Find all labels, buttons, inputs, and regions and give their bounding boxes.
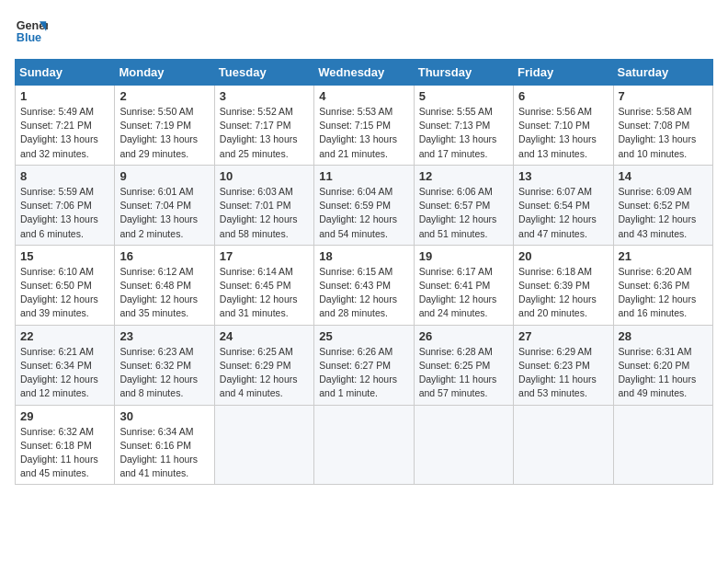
calendar-cell: 1 Sunrise: 5:49 AMSunset: 7:21 PMDayligh… [16, 86, 115, 166]
day-detail: Sunrise: 5:58 AMSunset: 7:08 PMDaylight:… [619, 106, 697, 159]
day-detail: Sunrise: 6:10 AMSunset: 6:50 PMDaylight:… [20, 266, 98, 319]
day-number: 14 [619, 169, 708, 183]
header-sunday: Sunday [16, 60, 115, 86]
calendar-cell: 29 Sunrise: 6:32 AMSunset: 6:18 PMDaylig… [16, 405, 115, 485]
calendar-cell: 15 Sunrise: 6:10 AMSunset: 6:50 PMDaylig… [16, 245, 115, 325]
day-number: 10 [220, 169, 309, 183]
day-number: 24 [220, 329, 309, 343]
calendar-cell: 24 Sunrise: 6:25 AMSunset: 6:29 PMDaylig… [214, 325, 313, 405]
day-detail: Sunrise: 6:07 AMSunset: 6:54 PMDaylight:… [518, 186, 597, 239]
day-detail: Sunrise: 6:04 AMSunset: 6:59 PMDaylight:… [319, 186, 397, 239]
day-detail: Sunrise: 6:20 AMSunset: 6:36 PMDaylight:… [619, 266, 697, 319]
calendar-cell: 26 Sunrise: 6:28 AMSunset: 6:25 PMDaylig… [414, 325, 513, 405]
calendar-week-1: 1 Sunrise: 5:49 AMSunset: 7:21 PMDayligh… [16, 86, 713, 166]
calendar-cell: 30 Sunrise: 6:34 AMSunset: 6:16 PMDaylig… [115, 405, 214, 485]
header-friday: Friday [514, 60, 613, 86]
svg-text:Blue: Blue [17, 31, 41, 44]
calendar-header-row: SundayMondayTuesdayWednesdayThursdayFrid… [16, 60, 713, 86]
day-detail: Sunrise: 5:56 AMSunset: 7:10 PMDaylight:… [518, 106, 597, 159]
calendar-week-5: 29 Sunrise: 6:32 AMSunset: 6:18 PMDaylig… [16, 405, 713, 485]
calendar-cell: 12 Sunrise: 6:06 AMSunset: 6:57 PMDaylig… [414, 165, 513, 245]
day-number: 16 [119, 249, 209, 263]
day-detail: Sunrise: 6:06 AMSunset: 6:57 PMDaylight:… [419, 186, 497, 239]
day-number: 22 [20, 329, 109, 343]
day-number: 7 [619, 89, 708, 103]
day-detail: Sunrise: 5:50 AMSunset: 7:19 PMDaylight:… [119, 106, 198, 159]
calendar-cell: 13 Sunrise: 6:07 AMSunset: 6:54 PMDaylig… [514, 165, 613, 245]
calendar-cell: 9 Sunrise: 6:01 AMSunset: 7:04 PMDayligh… [115, 165, 214, 245]
day-detail: Sunrise: 6:17 AMSunset: 6:41 PMDaylight:… [419, 266, 497, 319]
header-thursday: Thursday [414, 60, 513, 86]
day-number: 17 [220, 249, 309, 263]
calendar-cell: 23 Sunrise: 6:23 AMSunset: 6:32 PMDaylig… [115, 325, 214, 405]
day-detail: Sunrise: 6:03 AMSunset: 7:01 PMDaylight:… [220, 186, 298, 239]
day-number: 30 [119, 409, 209, 423]
calendar-cell: 27 Sunrise: 6:29 AMSunset: 6:23 PMDaylig… [514, 325, 613, 405]
header-monday: Monday [115, 60, 214, 86]
day-detail: Sunrise: 6:23 AMSunset: 6:32 PMDaylight:… [119, 346, 198, 399]
day-number: 11 [319, 169, 408, 183]
calendar-cell: 17 Sunrise: 6:14 AMSunset: 6:45 PMDaylig… [214, 245, 313, 325]
calendar-cell: 10 Sunrise: 6:03 AMSunset: 7:01 PMDaylig… [214, 165, 313, 245]
day-number: 21 [619, 249, 708, 263]
header-tuesday: Tuesday [214, 60, 313, 86]
day-number: 12 [419, 169, 508, 183]
calendar-cell: 16 Sunrise: 6:12 AMSunset: 6:48 PMDaylig… [115, 245, 214, 325]
calendar-week-3: 15 Sunrise: 6:10 AMSunset: 6:50 PMDaylig… [16, 245, 713, 325]
calendar-cell: 8 Sunrise: 5:59 AMSunset: 7:06 PMDayligh… [16, 165, 115, 245]
calendar-cell: 28 Sunrise: 6:31 AMSunset: 6:20 PMDaylig… [613, 325, 712, 405]
calendar-cell: 25 Sunrise: 6:26 AMSunset: 6:27 PMDaylig… [314, 325, 414, 405]
page-header: General Blue [15, 15, 713, 48]
day-number: 20 [518, 249, 608, 263]
day-number: 19 [419, 249, 508, 263]
calendar: SundayMondayTuesdayWednesdayThursdayFrid… [15, 59, 713, 485]
day-detail: Sunrise: 6:32 AMSunset: 6:18 PMDaylight:… [20, 426, 98, 479]
day-number: 3 [220, 89, 309, 103]
day-detail: Sunrise: 5:53 AMSunset: 7:15 PMDaylight:… [319, 106, 397, 159]
day-number: 27 [518, 329, 608, 343]
day-detail: Sunrise: 5:52 AMSunset: 7:17 PMDaylight:… [220, 106, 298, 159]
logo: General Blue [15, 15, 48, 48]
calendar-cell: 19 Sunrise: 6:17 AMSunset: 6:41 PMDaylig… [414, 245, 513, 325]
calendar-cell: 18 Sunrise: 6:15 AMSunset: 6:43 PMDaylig… [314, 245, 414, 325]
calendar-cell [214, 405, 313, 485]
day-number: 15 [20, 249, 109, 263]
logo-icon: General Blue [15, 15, 48, 48]
calendar-cell: 4 Sunrise: 5:53 AMSunset: 7:15 PMDayligh… [314, 86, 414, 166]
calendar-cell [514, 405, 613, 485]
day-number: 2 [119, 89, 209, 103]
calendar-cell: 2 Sunrise: 5:50 AMSunset: 7:19 PMDayligh… [115, 86, 214, 166]
calendar-cell: 20 Sunrise: 6:18 AMSunset: 6:39 PMDaylig… [514, 245, 613, 325]
calendar-week-2: 8 Sunrise: 5:59 AMSunset: 7:06 PMDayligh… [16, 165, 713, 245]
header-saturday: Saturday [613, 60, 712, 86]
calendar-cell: 3 Sunrise: 5:52 AMSunset: 7:17 PMDayligh… [214, 86, 313, 166]
calendar-cell [414, 405, 513, 485]
calendar-cell: 14 Sunrise: 6:09 AMSunset: 6:52 PMDaylig… [613, 165, 712, 245]
calendar-cell [314, 405, 414, 485]
day-number: 23 [119, 329, 209, 343]
day-detail: Sunrise: 5:49 AMSunset: 7:21 PMDaylight:… [20, 106, 98, 159]
day-detail: Sunrise: 6:09 AMSunset: 6:52 PMDaylight:… [619, 186, 697, 239]
calendar-cell: 7 Sunrise: 5:58 AMSunset: 7:08 PMDayligh… [613, 86, 712, 166]
calendar-cell: 11 Sunrise: 6:04 AMSunset: 6:59 PMDaylig… [314, 165, 414, 245]
day-number: 6 [518, 89, 608, 103]
day-detail: Sunrise: 6:01 AMSunset: 7:04 PMDaylight:… [119, 186, 198, 239]
calendar-cell: 22 Sunrise: 6:21 AMSunset: 6:34 PMDaylig… [16, 325, 115, 405]
day-number: 13 [518, 169, 608, 183]
day-detail: Sunrise: 6:28 AMSunset: 6:25 PMDaylight:… [419, 346, 497, 399]
day-detail: Sunrise: 5:59 AMSunset: 7:06 PMDaylight:… [20, 186, 98, 239]
day-number: 8 [20, 169, 109, 183]
day-number: 28 [619, 329, 708, 343]
day-detail: Sunrise: 6:21 AMSunset: 6:34 PMDaylight:… [20, 346, 98, 399]
day-number: 18 [319, 249, 408, 263]
day-number: 26 [419, 329, 508, 343]
calendar-week-4: 22 Sunrise: 6:21 AMSunset: 6:34 PMDaylig… [16, 325, 713, 405]
day-number: 29 [20, 409, 109, 423]
day-number: 4 [319, 89, 408, 103]
day-number: 9 [119, 169, 209, 183]
day-number: 25 [319, 329, 408, 343]
day-detail: Sunrise: 6:25 AMSunset: 6:29 PMDaylight:… [220, 346, 298, 399]
calendar-cell: 5 Sunrise: 5:55 AMSunset: 7:13 PMDayligh… [414, 86, 513, 166]
day-detail: Sunrise: 6:29 AMSunset: 6:23 PMDaylight:… [518, 346, 597, 399]
calendar-cell: 21 Sunrise: 6:20 AMSunset: 6:36 PMDaylig… [613, 245, 712, 325]
